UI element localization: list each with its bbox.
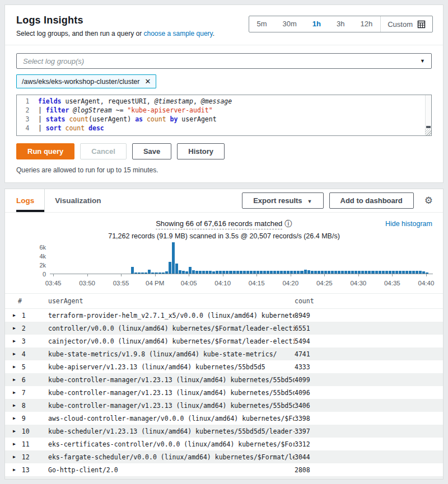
editor-resize-handle[interactable]: [425, 129, 431, 135]
tab-logs[interactable]: Logs: [16, 189, 44, 212]
logs-insights-page: Logs Insights Select log groups, and the…: [0, 0, 448, 484]
log-group-token-label: /aws/eks/eks-workshop-cluster/cluster: [22, 78, 139, 86]
x-axis-tick: [87, 274, 88, 276]
count-cell: 6551: [295, 325, 443, 332]
query-token-kw: desc: [88, 124, 104, 133]
line-number: 3: [17, 115, 38, 124]
time-range-5m[interactable]: 5m: [249, 16, 275, 32]
count-cell: 3312: [295, 440, 443, 448]
history-button[interactable]: History: [177, 143, 225, 159]
count-cell: 3398: [295, 415, 443, 422]
useragent-cell: eks-fargate-scheduler/v0.0.0 (linux/amd6…: [48, 453, 295, 461]
query-token-field: @timestamp: [155, 97, 193, 106]
expand-arrow-icon[interactable]: ▶: [13, 377, 16, 382]
expand-arrow-icon[interactable]: ▶: [13, 326, 16, 331]
expand-arrow-icon[interactable]: ▶: [13, 351, 16, 356]
hide-histogram-link[interactable]: Hide histogram: [385, 220, 432, 228]
results-tabs-row: LogsVisualization Export results▼ Add to…: [5, 189, 443, 213]
subtitle-prefix: Select log groups, and then run a query …: [16, 30, 143, 37]
results-table-header: # userAgent count: [5, 293, 443, 309]
table-row[interactable]: ▶9aws-cloud-controller-manager/v0.0.0 (l…: [5, 412, 443, 425]
y-axis-label: 0: [43, 271, 46, 278]
query-editor-lines: 1fields userAgent, requestURI, @timestam…: [17, 95, 431, 133]
row-index-cell: ▶13: [5, 466, 48, 474]
x-axis-label: 04:25: [316, 280, 333, 286]
table-row[interactable]: ▶2controller/v0.0.0 (linux/amd64) kubern…: [5, 322, 443, 335]
table-row[interactable]: ▶5kube-apiserver/v1.23.13 (linux/amd64) …: [5, 360, 443, 373]
query-token-plain: |: [38, 115, 46, 124]
cancel-button[interactable]: Cancel: [80, 143, 127, 159]
table-row[interactable]: ▶13Go-http-client/2.02808: [5, 463, 443, 476]
table-row[interactable]: ▶12eks-fargate-scheduler/v0.0.0 (linux/a…: [5, 450, 443, 463]
table-row[interactable]: ▶7kube-controller-manager/v1.23.13 (linu…: [5, 386, 443, 399]
log-group-select[interactable]: Select log group(s) ▼: [16, 53, 432, 69]
query-actions: Run query Cancel Save History: [16, 143, 432, 159]
records-matched-text: Showing 66 of 67,616 records matched: [156, 219, 282, 229]
query-token-plain: [65, 115, 69, 124]
count-cell: 2808: [295, 466, 443, 474]
query-token-kw: by: [170, 115, 178, 124]
custom-range-button[interactable]: Custom: [381, 20, 432, 29]
expand-arrow-icon[interactable]: ▶: [13, 313, 16, 318]
export-results-button[interactable]: Export results▼: [242, 192, 323, 209]
expand-arrow-icon[interactable]: ▶: [13, 339, 16, 344]
query-token-plain: userAgent: [178, 115, 216, 124]
page-title: Logs Insights: [16, 15, 214, 26]
x-axis-label: 04:30: [350, 280, 366, 286]
run-query-button[interactable]: Run query: [16, 143, 74, 159]
save-button[interactable]: Save: [132, 143, 171, 159]
expand-arrow-icon[interactable]: ▶: [13, 416, 16, 421]
table-row[interactable]: ▶1terraform-provider-helm_v2.7.1_x5/v0.0…: [5, 309, 443, 322]
x-axis-tick: [121, 274, 122, 276]
editor-scrollbar-thumb[interactable]: [426, 126, 431, 128]
x-axis-label: 04:15: [249, 280, 265, 286]
expand-arrow-icon[interactable]: ▶: [13, 467, 16, 472]
expand-arrow-icon[interactable]: ▶: [13, 364, 16, 369]
table-row[interactable]: ▶11eks-certificates-controller/v0.0.0 (l…: [5, 438, 443, 450]
scan-stats-text: 71,262 records (91.9 MB) scanned in 3.5s…: [5, 232, 443, 240]
query-token-kw: as: [135, 115, 143, 124]
query-editor[interactable]: 1fields userAgent, requestURI, @timestam…: [16, 95, 432, 136]
histogram-bar[interactable]: [429, 243, 432, 274]
x-axis-tick: [392, 274, 393, 276]
histogram-chart: 6k4k2k0 03:4503:5003:5504 PM04:0504:1004…: [5, 242, 433, 288]
expand-arrow-icon[interactable]: ▶: [13, 390, 16, 395]
line-number: 2: [17, 106, 38, 115]
query-token-plain: ,: [193, 97, 201, 106]
expand-arrow-icon[interactable]: ▶: [13, 403, 16, 408]
custom-range-label: Custom: [388, 20, 413, 29]
row-number: 14: [22, 479, 30, 480]
close-icon[interactable]: ✕: [144, 78, 151, 85]
table-row[interactable]: ▶6kube-controller-manager/v1.23.13 (linu…: [5, 373, 443, 386]
column-header-useragent: userAgent: [48, 297, 295, 305]
gear-icon[interactable]: ⚙: [424, 196, 433, 205]
time-range-3h[interactable]: 3h: [329, 16, 352, 32]
query-token-kw: filter: [46, 106, 69, 115]
x-axis-label: 04 PM: [146, 280, 164, 286]
table-row[interactable]: ▶14kubelet/v1.23.9 (linux/amd64) kuberne…: [5, 476, 443, 479]
table-row[interactable]: ▶8kube-controller-manager/v1.23.13 (linu…: [5, 399, 443, 412]
query-token-fn: count: [69, 115, 88, 124]
column-header-index: #: [5, 297, 48, 305]
x-axis-tick: [256, 274, 257, 276]
sample-query-link[interactable]: choose a sample query: [143, 30, 212, 37]
expand-arrow-icon[interactable]: ▶: [13, 429, 16, 434]
info-icon[interactable]: ⓘ: [284, 219, 292, 228]
time-range-1h[interactable]: 1h: [305, 16, 329, 32]
tab-visualization[interactable]: Visualization: [44, 189, 111, 212]
expand-arrow-icon[interactable]: ▶: [13, 454, 16, 459]
row-number: 10: [22, 427, 30, 435]
time-range-30m[interactable]: 30m: [275, 16, 305, 32]
time-range-12h[interactable]: 12h: [353, 16, 381, 32]
add-to-dashboard-button[interactable]: Add to dashboard: [329, 192, 414, 209]
query-token-str: "kube-apiserver-audit": [127, 106, 212, 115]
table-row[interactable]: ▶3cainjector/v0.0.0 (linux/amd64) kubern…: [5, 335, 443, 347]
table-row[interactable]: ▶10kube-scheduler/v1.23.13 (linux/amd64)…: [5, 425, 443, 438]
table-row[interactable]: ▶4kube-state-metrics/v1.9.8 (linux/amd64…: [5, 347, 443, 360]
row-number: 9: [22, 415, 26, 422]
x-axis-label: 04:40: [418, 280, 435, 286]
log-group-placeholder: Select log group(s): [23, 57, 84, 65]
caret-down-icon: ▼: [420, 58, 425, 64]
x-axis-tick: [324, 274, 325, 276]
expand-arrow-icon[interactable]: ▶: [13, 441, 16, 447]
